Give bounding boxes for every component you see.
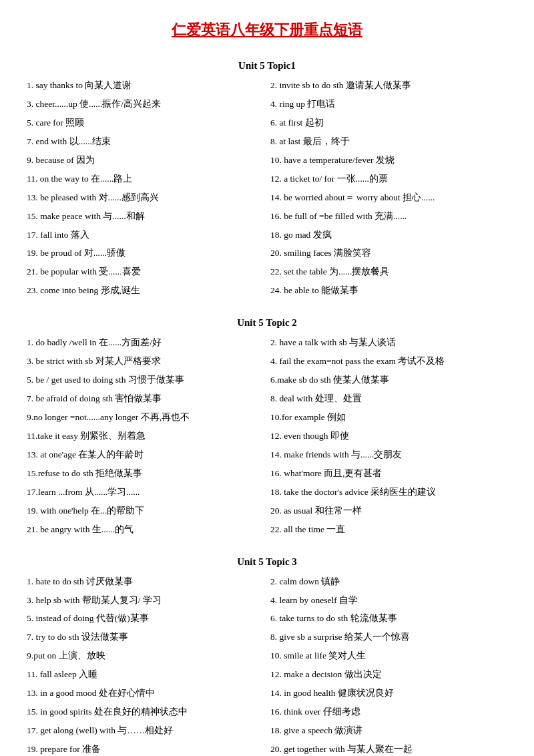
phrase-item: 23. come into being 形成,诞生: [27, 283, 264, 299]
phrase-item: 16. be full of =be filled with 充满......: [270, 209, 507, 224]
phrase-item: 19. prepare for 准备: [27, 742, 264, 756]
phrase-item: 10.for example 例如: [270, 410, 507, 425]
phrase-item: 21. be popular with 受......喜爱: [27, 264, 264, 280]
phrase-item: 14. be worried about＝ worry about 担心....…: [270, 190, 507, 206]
phrase-item: 19. with one'help 在...的帮助下: [27, 504, 264, 519]
phrase-grid-2: 1. do badly /well in 在......方面差/好2. have…: [27, 335, 507, 537]
phrase-item: 9. because of 因为: [27, 153, 264, 168]
phrase-item: 15.refuse to do sth 拒绝做某事: [27, 466, 264, 482]
section-1: Unit 5 Topic11. say thanks to 向某人道谢2. in…: [27, 60, 507, 299]
phrase-item: 5. care for 照顾: [27, 116, 264, 131]
phrase-item: 1. say thanks to 向某人道谢: [27, 78, 264, 93]
phrase-grid-1: 1. say thanks to 向某人道谢2. invite sb to do…: [27, 78, 507, 299]
phrase-item: 10. have a temperature/fever 发烧: [270, 153, 507, 168]
phrase-item: 20. smiling faces 满脸笑容: [270, 246, 507, 261]
phrase-item: 14. make friends with 与......交朋友: [270, 447, 507, 463]
page-title: 仁爱英语八年级下册重点短语: [27, 20, 507, 40]
section-header-1: Unit 5 Topic1: [27, 60, 507, 71]
phrase-item: 17.learn ...from 从......学习......: [27, 485, 264, 500]
phrase-item: 5. be / get used to doing sth 习惯于做某事: [27, 373, 264, 388]
section-2: Unit 5 Topic 21. do badly /well in 在....…: [27, 317, 507, 537]
section-3: Unit 5 Topic 31. hate to do sth 讨厌做某事2. …: [27, 556, 507, 756]
phrase-item: 21. be angry with 生......的气: [27, 522, 264, 538]
phrase-item: 8. at last 最后，终于: [270, 134, 507, 150]
phrase-item: 7. be afraid of doing sth 害怕做某事: [27, 391, 264, 407]
phrase-item: 8. give sb a surprise 给某人一个惊喜: [270, 630, 507, 645]
phrase-item: 18. go mad 发疯: [270, 228, 507, 243]
section-header-3: Unit 5 Topic 3: [27, 556, 507, 568]
phrase-item: 7. end with 以......结束: [27, 134, 264, 150]
phrase-item: 18. take the doctor's advice 采纳医生的建议: [270, 485, 507, 500]
phrase-item: 15. make peace with 与......和解: [27, 209, 264, 224]
phrase-item: 12. make a decision 做出决定: [270, 667, 507, 683]
phrase-item: 1. do badly /well in 在......方面差/好: [27, 335, 264, 351]
phrase-item: 6.make sb do sth 使某人做某事: [270, 373, 507, 388]
phrase-item: 11. fall asleep 入睡: [27, 667, 264, 683]
phrase-item: 6. take turns to do sth 轮流做某事: [270, 611, 507, 626]
phrase-item: 11. on the way to 在......路上: [27, 172, 264, 187]
phrase-item: 13. in a good mood 处在好心情中: [27, 686, 264, 701]
phrase-item: 24. be able to 能做某事: [270, 283, 507, 299]
phrase-item: 6. at first 起初: [270, 116, 507, 131]
phrase-item: 9.put on 上演、放映: [27, 648, 264, 664]
phrase-item: 17. fall into 落入: [27, 228, 264, 243]
phrase-item: 7. try to do sth 设法做某事: [27, 630, 264, 645]
phrase-item: 8. deal with 处理、处置: [270, 391, 507, 407]
phrase-item: 13. at one'age 在某人的年龄时: [27, 447, 264, 463]
phrase-item: 22. all the time 一直: [270, 522, 507, 538]
phrase-item: 4. ring up 打电话: [270, 97, 507, 112]
phrase-item: 4. fail the exam=not pass the exam 考试不及格: [270, 354, 507, 369]
section-header-2: Unit 5 Topic 2: [27, 317, 507, 329]
phrase-item: 13. be pleased with 对......感到高兴: [27, 190, 264, 206]
phrase-item: 20. as usual 和往常一样: [270, 504, 507, 519]
phrase-item: 10. smile at life 笑对人生: [270, 648, 507, 664]
phrase-item: 3. help sb with 帮助某人复习/ 学习: [27, 593, 264, 608]
phrase-item: 14. in good health 健康状况良好: [270, 686, 507, 701]
phrase-item: 1. hate to do sth 讨厌做某事: [27, 574, 264, 590]
phrase-item: 19. be proud of 对......骄傲: [27, 246, 264, 261]
phrase-item: 4. learn by oneself 自学: [270, 593, 507, 608]
phrase-item: 2. invite sb to do sth 邀请某人做某事: [270, 78, 507, 93]
phrase-item: 11.take it easy 别紧张、别着急: [27, 429, 264, 444]
phrase-item: 16. what'more 而且,更有甚者: [270, 466, 507, 482]
phrase-grid-3: 1. hate to do sth 讨厌做某事2. calm down 镇静3.…: [27, 574, 507, 756]
phrase-item: 20. get together with 与某人聚在一起: [270, 742, 507, 756]
phrase-item: 2. calm down 镇静: [270, 574, 507, 590]
phrase-item: 22. set the table 为......摆放餐具: [270, 264, 507, 280]
phrase-item: 12. a ticket to/ for 一张......的票: [270, 172, 507, 187]
phrase-item: 18. give a speech 做演讲: [270, 723, 507, 739]
phrase-item: 12. even though 即使: [270, 429, 507, 444]
phrase-item: 17. get along (well) with 与……相处好: [27, 723, 264, 739]
phrase-item: 9.no longer =not......any longer 不再,再也不: [27, 410, 264, 425]
phrase-item: 5. instead of doing 代替(做)某事: [27, 611, 264, 626]
phrase-item: 2. have a talk with sb 与某人谈话: [270, 335, 507, 351]
phrase-item: 16. think over 仔细考虑: [270, 705, 507, 720]
phrase-item: 15. in good spirits 处在良好的精神状态中: [27, 705, 264, 720]
phrase-item: 3. cheer......up 使......振作/高兴起来: [27, 97, 264, 112]
phrase-item: 3. be strict with sb 对某人严格要求: [27, 354, 264, 369]
